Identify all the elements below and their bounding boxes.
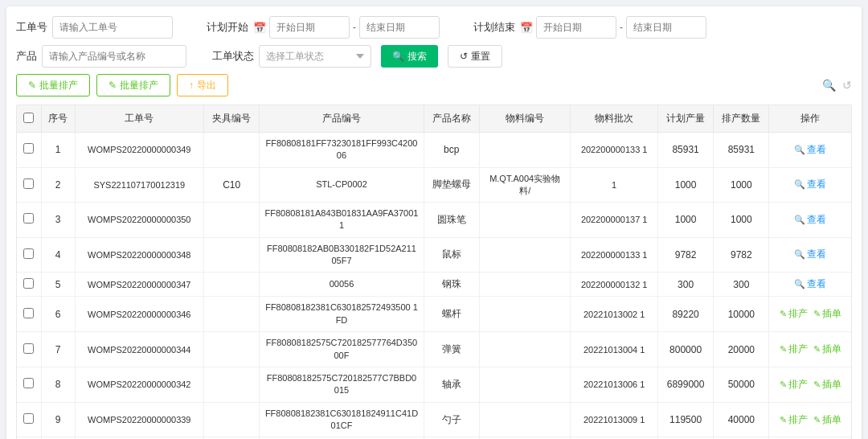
table-search-icon[interactable]: 🔍 [822, 79, 836, 92]
cell-product-name: 勺子 [424, 402, 479, 437]
batch-sort-button-2[interactable]: ✎ 批量排产 [96, 74, 170, 96]
cell-product-code: FF80808182381C630182572493500 1FD [260, 297, 424, 332]
cell-seq: 5 [41, 273, 75, 297]
table-refresh-icon[interactable]: ↺ [842, 79, 852, 92]
cell-fixture [204, 273, 260, 297]
action-link-排产[interactable]: ✎排产 [780, 413, 808, 427]
action-link-插单[interactable]: ✎插单 [813, 343, 841, 356]
action-label: 排产 [788, 413, 808, 427]
cell-material-code [479, 367, 571, 402]
cell-actions: 🔍查看 [769, 133, 851, 168]
row-checkbox-8[interactable] [23, 413, 34, 424]
table-row: 1WOMPS20220000000349FF80808181FF73230181… [17, 133, 851, 168]
row-checkbox-4[interactable] [23, 278, 34, 289]
action-link-查看[interactable]: 🔍查看 [794, 178, 826, 191]
work-status-select[interactable]: 选择工单状态 [259, 45, 371, 68]
cell-fixture [204, 202, 260, 237]
table-row: 9WOMPS20220000000339FF80808182381C630181… [17, 402, 851, 437]
cell-fixture [204, 237, 260, 273]
action-link-查看[interactable]: 🔍查看 [794, 143, 826, 157]
col-seq: 序号 [41, 105, 75, 133]
reset-button[interactable]: ↺ 重置 [448, 45, 502, 68]
cell-fixture [204, 133, 260, 168]
cell-product-name: 钢珠 [424, 273, 479, 297]
export-label: 导出 [197, 79, 216, 92]
row-checkbox-5[interactable] [23, 308, 34, 318]
work-order-input[interactable] [52, 16, 173, 39]
select-all-checkbox[interactable] [23, 113, 34, 123]
action-label: 排产 [788, 307, 808, 321]
action-link-插单[interactable]: ✎插单 [813, 413, 841, 427]
plan-start-end-input[interactable] [359, 16, 440, 39]
cell-plan-qty: 1000 [657, 202, 713, 237]
cell-work-order: WOMPS20220000000346 [75, 297, 204, 332]
plan-end-label: 计划结束 [473, 20, 515, 35]
plan-start-calendar-icon[interactable]: 📅 [253, 22, 266, 34]
cell-seq: 7 [41, 332, 75, 367]
cell-work-order: WOMPS20220000000349 [75, 133, 204, 168]
action-link-插单[interactable]: ✎插单 [813, 378, 841, 392]
cell-work-order: WOMPS20220000000342 [75, 367, 204, 402]
cell-actions: ✎排产 ✎插单 [769, 367, 851, 402]
action-link-排产[interactable]: ✎排产 [780, 378, 808, 392]
cell-plan-qty: 800000 [657, 332, 713, 367]
cell-product-code: 00056 [260, 273, 424, 297]
cell-material-code [479, 332, 571, 367]
cell-schedule-qty: 9782 [714, 237, 769, 273]
action-link-查看[interactable]: 🔍查看 [794, 277, 826, 291]
action-label: 插单 [822, 307, 841, 321]
action-label: 查看 [807, 248, 826, 261]
cell-plan-qty: 1000 [657, 167, 713, 202]
cell-schedule-qty: 20000 [714, 332, 769, 367]
plan-start-input[interactable] [269, 16, 350, 39]
table-row: 6WOMPS20220000000346FF80808182381C630182… [17, 297, 851, 332]
action-link-插单[interactable]: ✎插单 [813, 307, 841, 321]
export-button[interactable]: ↑ 导出 [177, 74, 228, 96]
row-checkbox-3[interactable] [23, 248, 34, 259]
plan-start-label: 计划开始 [207, 20, 248, 35]
action-link-排产[interactable]: ✎排产 [780, 307, 808, 321]
action-separator [809, 414, 812, 425]
data-table: 序号 工单号 夹具编号 产品编号 产品名称 物料编号 物料批次 计划产量 排产数… [17, 105, 851, 439]
cell-plan-qty: 6899000 [657, 367, 713, 402]
row-checkbox-7[interactable] [23, 378, 34, 388]
col-product-code: 产品编号 [260, 105, 424, 133]
table-row: 7WOMPS20220000000344FF80808182575C720182… [17, 332, 851, 367]
cell-seq: 1 [41, 133, 75, 168]
batch-sort-button-1[interactable]: ✎ 批量排产 [16, 74, 90, 96]
search-button[interactable]: 🔍 搜索 [381, 45, 438, 68]
view-icon: 🔍 [794, 145, 805, 155]
row-checkbox-0[interactable] [23, 143, 34, 154]
cell-product-name: 鼠标 [424, 237, 479, 273]
plan-start-separator: - [353, 22, 356, 33]
cell-actions: ✎排产 ✎插单 [769, 332, 851, 367]
cell-work-order: WOMPS20220000000350 [75, 202, 204, 237]
cell-product-code: STL-CP0002 [260, 167, 424, 202]
row-checkbox-6[interactable] [23, 343, 34, 354]
cell-product-name: 轴承 [424, 367, 479, 402]
cell-seq: 8 [41, 367, 75, 402]
cell-schedule-qty: 10000 [714, 297, 769, 332]
action-label: 排产 [788, 343, 808, 356]
product-input[interactable] [42, 45, 186, 68]
cell-actions: 🔍查看 [769, 202, 851, 237]
cell-actions: ✎排产 ✎插单 [769, 297, 851, 332]
action-link-查看[interactable]: 🔍查看 [794, 248, 826, 261]
table-header-row: 序号 工单号 夹具编号 产品编号 产品名称 物料编号 物料批次 计划产量 排产数… [17, 105, 851, 133]
cell-fixture [204, 402, 260, 437]
cell-actions: 🔍查看 [769, 167, 851, 202]
row-checkbox-1[interactable] [23, 178, 34, 189]
plan-end-calendar-icon[interactable]: 📅 [520, 22, 533, 34]
plan-end-start-input[interactable] [536, 16, 616, 39]
cell-plan-qty: 89220 [657, 297, 713, 332]
action-link-排产[interactable]: ✎排产 [780, 343, 808, 356]
row-checkbox-2[interactable] [23, 213, 34, 224]
col-material-batch: 物料批次 [571, 105, 658, 133]
cell-actions: 🔍查看 [769, 237, 851, 273]
schedule-icon: ✎ [780, 309, 787, 319]
plan-end-end-input[interactable] [626, 16, 706, 39]
cell-product-code: FF80808182381C630181824911C41D01CF [260, 402, 424, 437]
action-separator [809, 379, 812, 390]
schedule-icon: ✎ [780, 344, 787, 355]
action-link-查看[interactable]: 🔍查看 [794, 213, 826, 227]
